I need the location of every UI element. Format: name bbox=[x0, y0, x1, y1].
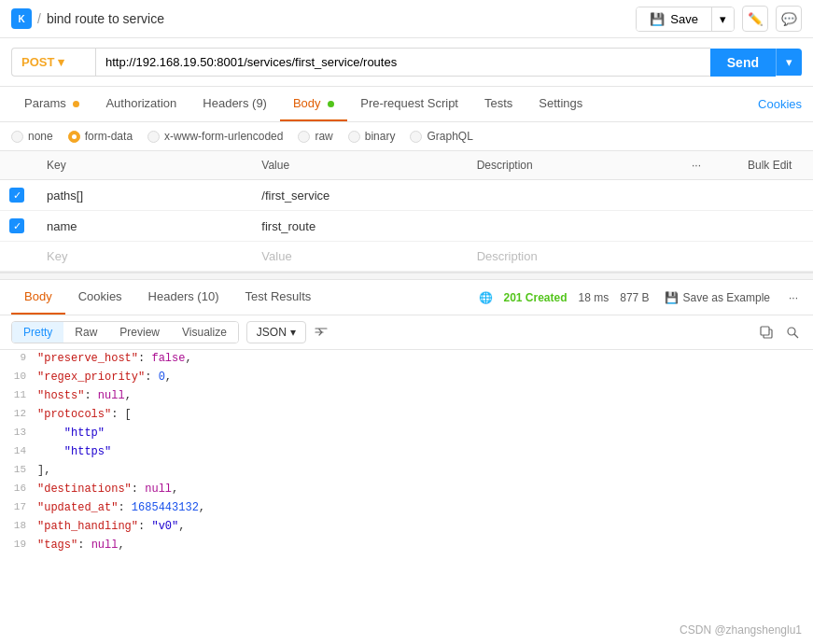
header-left: K / bind route to service bbox=[11, 8, 164, 29]
save-button[interactable]: 💾 Save bbox=[637, 7, 711, 31]
td-value-2[interactable]: first_route bbox=[252, 211, 467, 241]
radio-graphql-label: GraphQL bbox=[427, 130, 472, 143]
format-actions bbox=[757, 323, 802, 342]
line-content: "http" bbox=[37, 425, 813, 441]
svg-line-3 bbox=[794, 334, 798, 338]
td-key-1[interactable]: paths[] bbox=[37, 180, 252, 210]
th-key: Key bbox=[37, 151, 252, 179]
radio-raw-label: raw bbox=[315, 130, 332, 143]
response-tab-headers[interactable]: Headers (10) bbox=[135, 280, 232, 315]
method-chevron-icon: ▾ bbox=[58, 55, 64, 69]
tab-settings[interactable]: Settings bbox=[526, 87, 596, 121]
line-content: ], bbox=[37, 462, 813, 479]
watermark: CSDN @zhangshenglu1 bbox=[680, 623, 802, 637]
radio-raw-circle bbox=[298, 131, 310, 143]
url-input[interactable] bbox=[95, 48, 710, 77]
table-row: paths[] /first_service bbox=[0, 180, 813, 211]
code-line: 14 "https" bbox=[0, 443, 813, 462]
tab-tests[interactable]: Tests bbox=[471, 87, 526, 121]
radio-graphql-circle bbox=[410, 131, 422, 143]
response-tab-test-results[interactable]: Test Results bbox=[231, 280, 324, 315]
cookies-link[interactable]: Cookies bbox=[758, 88, 802, 120]
header-right: 💾 Save ▾ ✏️ 💬 bbox=[636, 6, 802, 32]
td-description-2[interactable] bbox=[468, 211, 682, 241]
status-globe-icon: 🌐 bbox=[479, 291, 493, 304]
radio-none[interactable]: none bbox=[11, 130, 53, 143]
radio-urlencoded[interactable]: x-www-form-urlencoded bbox=[147, 130, 283, 143]
format-tab-raw[interactable]: Raw bbox=[63, 322, 108, 343]
save-dropdown-button[interactable]: ▾ bbox=[711, 7, 734, 31]
line-number: 16 bbox=[0, 481, 37, 494]
line-number: 11 bbox=[0, 387, 37, 400]
checkbox-2[interactable] bbox=[9, 218, 24, 233]
save-example-button[interactable]: 💾 Save as Example bbox=[661, 291, 774, 304]
svg-point-2 bbox=[788, 328, 795, 335]
th-description: Description bbox=[468, 151, 682, 179]
td-value-empty[interactable]: Value bbox=[252, 242, 467, 271]
line-number: 14 bbox=[0, 443, 37, 456]
tab-body[interactable]: Body bbox=[280, 87, 347, 121]
edit-button[interactable]: ✏️ bbox=[742, 6, 768, 32]
radio-binary-circle bbox=[348, 131, 360, 143]
tab-params[interactable]: Params bbox=[11, 87, 92, 121]
response-tab-body[interactable]: Body bbox=[11, 280, 65, 315]
save-label: Save bbox=[670, 12, 698, 26]
radio-form-data-circle bbox=[68, 131, 80, 143]
line-content: "destinations": null, bbox=[37, 481, 813, 497]
line-content: "hosts": null, bbox=[37, 387, 813, 404]
format-tabs: Pretty Raw Preview Visualize bbox=[11, 321, 239, 343]
td-checkbox-empty bbox=[0, 242, 37, 271]
send-dropdown-button[interactable]: ▾ bbox=[776, 49, 802, 76]
save-button-group[interactable]: 💾 Save ▾ bbox=[636, 7, 735, 32]
tab-pre-request-label: Pre-request Script bbox=[360, 96, 458, 110]
code-line: 19"tags": null, bbox=[0, 537, 813, 555]
code-line: 16"destinations": null, bbox=[0, 481, 813, 499]
tab-pre-request[interactable]: Pre-request Script bbox=[347, 87, 471, 121]
response-tab-headers-label: Headers (10) bbox=[148, 289, 219, 303]
tab-authorization[interactable]: Authorization bbox=[92, 87, 189, 121]
format-type-select[interactable]: JSON ▾ bbox=[246, 321, 306, 343]
tab-headers[interactable]: Headers (9) bbox=[189, 87, 280, 121]
line-content: "https" bbox=[37, 443, 813, 460]
format-tab-pretty[interactable]: Pretty bbox=[12, 322, 63, 343]
params-dot bbox=[73, 101, 79, 107]
tab-body-label: Body bbox=[293, 96, 321, 110]
radio-graphql[interactable]: GraphQL bbox=[410, 130, 472, 143]
td-checkbox-2[interactable] bbox=[0, 211, 37, 241]
method-select[interactable]: POST ▾ bbox=[11, 48, 95, 77]
line-number: 15 bbox=[0, 462, 37, 475]
td-bulk-empty bbox=[738, 242, 813, 271]
td-bulk-2 bbox=[738, 211, 813, 241]
status-size: 877 B bbox=[620, 291, 649, 304]
line-number: 19 bbox=[0, 537, 37, 550]
copy-button[interactable] bbox=[757, 323, 776, 342]
td-more-1[interactable] bbox=[682, 180, 738, 210]
format-tab-preview[interactable]: Preview bbox=[108, 322, 171, 343]
radio-raw[interactable]: raw bbox=[298, 130, 332, 143]
response-status: 🌐 201 Created 18 ms 877 B 💾 Save as Exam… bbox=[479, 291, 803, 304]
response-code-view: 9"preserve_host": false,10"regex_priorit… bbox=[0, 350, 813, 555]
td-key-empty[interactable]: Key bbox=[37, 242, 252, 271]
td-checkbox-1[interactable] bbox=[0, 180, 37, 210]
search-button[interactable] bbox=[783, 323, 802, 342]
td-more-2[interactable] bbox=[682, 211, 738, 241]
format-type-chevron-icon: ▾ bbox=[290, 326, 296, 339]
radio-urlencoded-circle bbox=[147, 131, 160, 143]
th-bulk-edit[interactable]: Bulk Edit bbox=[738, 151, 813, 179]
response-more-button[interactable]: ··· bbox=[785, 291, 802, 304]
td-description-1[interactable] bbox=[468, 180, 682, 210]
line-number: 9 bbox=[0, 350, 37, 363]
comment-button[interactable]: 💬 bbox=[776, 6, 802, 32]
response-tab-cookies[interactable]: Cookies bbox=[65, 280, 135, 315]
td-key-2[interactable]: name bbox=[37, 211, 252, 241]
radio-binary[interactable]: binary bbox=[348, 130, 396, 143]
checkbox-1[interactable] bbox=[9, 188, 24, 203]
format-tab-visualize[interactable]: Visualize bbox=[171, 322, 238, 343]
radio-form-data[interactable]: form-data bbox=[68, 130, 133, 143]
td-value-1[interactable]: /first_service bbox=[252, 180, 467, 210]
body-params-table: Key Value Description ··· Bulk Edit path… bbox=[0, 151, 813, 273]
wrap-lines-icon[interactable] bbox=[314, 325, 329, 340]
send-button[interactable]: Send bbox=[710, 49, 776, 77]
td-description-empty[interactable]: Description bbox=[468, 242, 682, 271]
line-content: "protocols": [ bbox=[37, 406, 813, 423]
